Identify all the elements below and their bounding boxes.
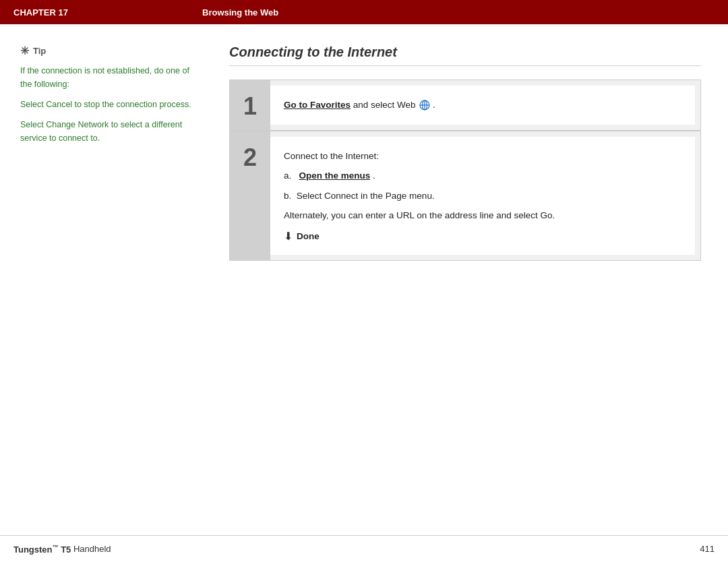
step-2-alternately: Alternately, you can enter a URL on the …: [284, 208, 681, 223]
tip-header: ✳ Tip: [20, 44, 202, 57]
footer-page-number: 411: [700, 544, 715, 554]
step-1-text: Go to Favorites and select Web .: [284, 98, 681, 113]
tip-para-1: If the connection is not established, do…: [20, 64, 202, 91]
page-footer: Tungsten™ T5 Handheld 411: [0, 535, 728, 562]
tip-content: If the connection is not established, do…: [20, 64, 202, 145]
step-1-number: 1: [230, 80, 270, 130]
web-globe-icon: [419, 100, 430, 111]
footer-brand: Tungsten™ T5 Handheld: [13, 543, 111, 554]
chapter-title: Browsing the Web: [202, 7, 278, 18]
step-2-sub-a-period: .: [373, 170, 375, 181]
tip-para-3: Select Change Network to select a differ…: [20, 118, 202, 145]
step-2-content: Connect to the Internet: a. Open the men…: [270, 137, 695, 255]
chapter-label: CHAPTER 17: [13, 7, 202, 18]
step-2-intro: Connect to the Internet:: [284, 149, 681, 164]
step-2-sub-b: b. Select Connect in the Page menu.: [284, 189, 681, 204]
done-icon: ⬇: [284, 230, 293, 243]
done-row: ⬇ Done: [284, 230, 681, 243]
step-2-sub-a: a. Open the menus .: [284, 168, 681, 183]
main-content: Connecting to the Internet 1 Go to Favor…: [216, 44, 715, 522]
tip-para-2: Select Cancel to stop the connection pro…: [20, 98, 202, 111]
step-2-sub-a-label: a.: [284, 170, 297, 181]
section-title: Connecting to the Internet: [229, 44, 701, 66]
step-1-period: .: [433, 100, 435, 110]
step-1-content: Go to Favorites and select Web .: [270, 86, 695, 125]
page-header: CHAPTER 17 Browsing the Web: [0, 0, 728, 24]
open-menus-link[interactable]: Open the menus: [299, 170, 371, 181]
go-to-favorites-link[interactable]: Go to Favorites: [284, 100, 351, 110]
tip-label: Tip: [33, 46, 46, 56]
steps-container: 1 Go to Favorites and select Web .: [229, 80, 701, 261]
step-1: 1 Go to Favorites and select Web .: [230, 80, 700, 131]
done-label: Done: [297, 231, 320, 241]
page-content: ✳ Tip If the connection is not establish…: [0, 24, 728, 535]
step-1-text-after: and select Web: [353, 100, 419, 110]
sidebar-tip: ✳ Tip If the connection is not establish…: [13, 44, 216, 522]
tip-star-icon: ✳: [20, 44, 29, 57]
step-2-number: 2: [230, 131, 270, 260]
step-2: 2 Connect to the Internet: a. Open the m…: [230, 131, 700, 260]
